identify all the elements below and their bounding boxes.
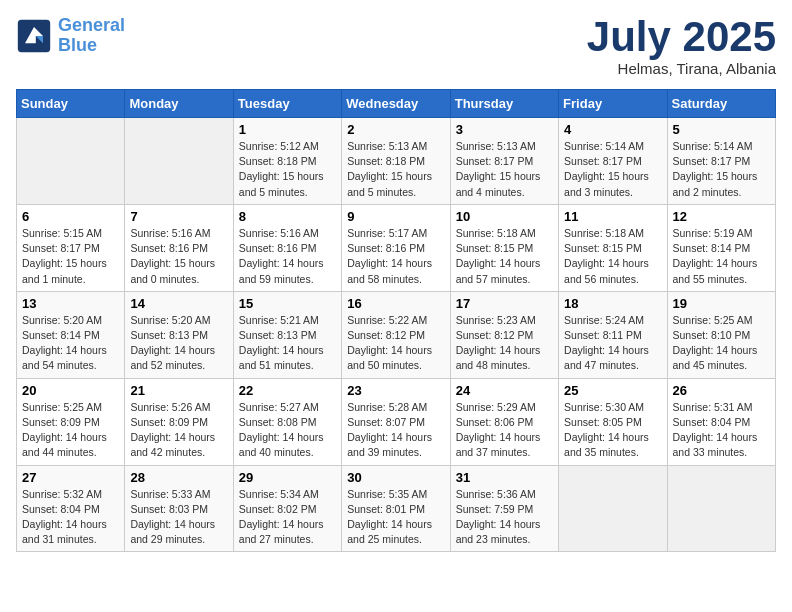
day-detail: Sunrise: 5:28 AMSunset: 8:07 PMDaylight:… xyxy=(347,400,444,461)
weekday-header-tuesday: Tuesday xyxy=(233,90,341,118)
calendar-cell: 2Sunrise: 5:13 AMSunset: 8:18 PMDaylight… xyxy=(342,118,450,205)
day-detail: Sunrise: 5:20 AMSunset: 8:13 PMDaylight:… xyxy=(130,313,227,374)
calendar-table: SundayMondayTuesdayWednesdayThursdayFrid… xyxy=(16,89,776,552)
calendar-cell: 26Sunrise: 5:31 AMSunset: 8:04 PMDayligh… xyxy=(667,378,775,465)
calendar-week-row: 20Sunrise: 5:25 AMSunset: 8:09 PMDayligh… xyxy=(17,378,776,465)
weekday-header-monday: Monday xyxy=(125,90,233,118)
calendar-cell: 28Sunrise: 5:33 AMSunset: 8:03 PMDayligh… xyxy=(125,465,233,552)
calendar-cell: 7Sunrise: 5:16 AMSunset: 8:16 PMDaylight… xyxy=(125,204,233,291)
day-number: 12 xyxy=(673,209,770,224)
calendar-cell: 5Sunrise: 5:14 AMSunset: 8:17 PMDaylight… xyxy=(667,118,775,205)
day-number: 2 xyxy=(347,122,444,137)
logo: General Blue xyxy=(16,16,125,56)
calendar-cell xyxy=(667,465,775,552)
day-detail: Sunrise: 5:19 AMSunset: 8:14 PMDaylight:… xyxy=(673,226,770,287)
day-detail: Sunrise: 5:16 AMSunset: 8:16 PMDaylight:… xyxy=(130,226,227,287)
day-number: 23 xyxy=(347,383,444,398)
day-detail: Sunrise: 5:35 AMSunset: 8:01 PMDaylight:… xyxy=(347,487,444,548)
calendar-cell xyxy=(125,118,233,205)
day-number: 17 xyxy=(456,296,553,311)
calendar-week-row: 1Sunrise: 5:12 AMSunset: 8:18 PMDaylight… xyxy=(17,118,776,205)
day-number: 22 xyxy=(239,383,336,398)
calendar-cell: 24Sunrise: 5:29 AMSunset: 8:06 PMDayligh… xyxy=(450,378,558,465)
calendar-cell: 12Sunrise: 5:19 AMSunset: 8:14 PMDayligh… xyxy=(667,204,775,291)
calendar-cell: 17Sunrise: 5:23 AMSunset: 8:12 PMDayligh… xyxy=(450,291,558,378)
day-detail: Sunrise: 5:34 AMSunset: 8:02 PMDaylight:… xyxy=(239,487,336,548)
day-detail: Sunrise: 5:24 AMSunset: 8:11 PMDaylight:… xyxy=(564,313,661,374)
day-detail: Sunrise: 5:29 AMSunset: 8:06 PMDaylight:… xyxy=(456,400,553,461)
day-number: 8 xyxy=(239,209,336,224)
day-number: 1 xyxy=(239,122,336,137)
day-number: 16 xyxy=(347,296,444,311)
calendar-cell: 29Sunrise: 5:34 AMSunset: 8:02 PMDayligh… xyxy=(233,465,341,552)
day-number: 24 xyxy=(456,383,553,398)
calendar-cell: 6Sunrise: 5:15 AMSunset: 8:17 PMDaylight… xyxy=(17,204,125,291)
day-number: 5 xyxy=(673,122,770,137)
calendar-cell: 23Sunrise: 5:28 AMSunset: 8:07 PMDayligh… xyxy=(342,378,450,465)
calendar-cell xyxy=(559,465,667,552)
page-header: General Blue July 2025 Helmas, Tirana, A… xyxy=(16,16,776,77)
day-detail: Sunrise: 5:14 AMSunset: 8:17 PMDaylight:… xyxy=(564,139,661,200)
day-number: 31 xyxy=(456,470,553,485)
weekday-header-row: SundayMondayTuesdayWednesdayThursdayFrid… xyxy=(17,90,776,118)
day-detail: Sunrise: 5:20 AMSunset: 8:14 PMDaylight:… xyxy=(22,313,119,374)
weekday-header-saturday: Saturday xyxy=(667,90,775,118)
day-detail: Sunrise: 5:25 AMSunset: 8:09 PMDaylight:… xyxy=(22,400,119,461)
day-detail: Sunrise: 5:15 AMSunset: 8:17 PMDaylight:… xyxy=(22,226,119,287)
day-number: 18 xyxy=(564,296,661,311)
calendar-cell: 11Sunrise: 5:18 AMSunset: 8:15 PMDayligh… xyxy=(559,204,667,291)
day-detail: Sunrise: 5:14 AMSunset: 8:17 PMDaylight:… xyxy=(673,139,770,200)
calendar-cell: 10Sunrise: 5:18 AMSunset: 8:15 PMDayligh… xyxy=(450,204,558,291)
day-number: 4 xyxy=(564,122,661,137)
day-number: 25 xyxy=(564,383,661,398)
day-detail: Sunrise: 5:36 AMSunset: 7:59 PMDaylight:… xyxy=(456,487,553,548)
day-number: 28 xyxy=(130,470,227,485)
day-detail: Sunrise: 5:22 AMSunset: 8:12 PMDaylight:… xyxy=(347,313,444,374)
weekday-header-wednesday: Wednesday xyxy=(342,90,450,118)
calendar-week-row: 13Sunrise: 5:20 AMSunset: 8:14 PMDayligh… xyxy=(17,291,776,378)
calendar-cell: 9Sunrise: 5:17 AMSunset: 8:16 PMDaylight… xyxy=(342,204,450,291)
day-detail: Sunrise: 5:33 AMSunset: 8:03 PMDaylight:… xyxy=(130,487,227,548)
day-number: 15 xyxy=(239,296,336,311)
logo-text: General Blue xyxy=(58,16,125,56)
day-detail: Sunrise: 5:16 AMSunset: 8:16 PMDaylight:… xyxy=(239,226,336,287)
day-number: 13 xyxy=(22,296,119,311)
calendar-cell: 1Sunrise: 5:12 AMSunset: 8:18 PMDaylight… xyxy=(233,118,341,205)
calendar-cell: 3Sunrise: 5:13 AMSunset: 8:17 PMDaylight… xyxy=(450,118,558,205)
day-number: 20 xyxy=(22,383,119,398)
weekday-header-sunday: Sunday xyxy=(17,90,125,118)
location-subtitle: Helmas, Tirana, Albania xyxy=(587,60,776,77)
day-detail: Sunrise: 5:17 AMSunset: 8:16 PMDaylight:… xyxy=(347,226,444,287)
day-number: 29 xyxy=(239,470,336,485)
day-detail: Sunrise: 5:30 AMSunset: 8:05 PMDaylight:… xyxy=(564,400,661,461)
title-block: July 2025 Helmas, Tirana, Albania xyxy=(587,16,776,77)
day-detail: Sunrise: 5:18 AMSunset: 8:15 PMDaylight:… xyxy=(564,226,661,287)
day-detail: Sunrise: 5:21 AMSunset: 8:13 PMDaylight:… xyxy=(239,313,336,374)
month-title: July 2025 xyxy=(587,16,776,58)
day-number: 19 xyxy=(673,296,770,311)
calendar-cell: 30Sunrise: 5:35 AMSunset: 8:01 PMDayligh… xyxy=(342,465,450,552)
calendar-week-row: 27Sunrise: 5:32 AMSunset: 8:04 PMDayligh… xyxy=(17,465,776,552)
day-number: 7 xyxy=(130,209,227,224)
logo-icon xyxy=(16,18,52,54)
day-detail: Sunrise: 5:25 AMSunset: 8:10 PMDaylight:… xyxy=(673,313,770,374)
day-detail: Sunrise: 5:18 AMSunset: 8:15 PMDaylight:… xyxy=(456,226,553,287)
day-detail: Sunrise: 5:13 AMSunset: 8:17 PMDaylight:… xyxy=(456,139,553,200)
day-number: 3 xyxy=(456,122,553,137)
day-number: 14 xyxy=(130,296,227,311)
day-number: 10 xyxy=(456,209,553,224)
day-detail: Sunrise: 5:26 AMSunset: 8:09 PMDaylight:… xyxy=(130,400,227,461)
calendar-cell: 16Sunrise: 5:22 AMSunset: 8:12 PMDayligh… xyxy=(342,291,450,378)
calendar-cell: 19Sunrise: 5:25 AMSunset: 8:10 PMDayligh… xyxy=(667,291,775,378)
calendar-cell xyxy=(17,118,125,205)
day-detail: Sunrise: 5:27 AMSunset: 8:08 PMDaylight:… xyxy=(239,400,336,461)
day-detail: Sunrise: 5:12 AMSunset: 8:18 PMDaylight:… xyxy=(239,139,336,200)
day-detail: Sunrise: 5:13 AMSunset: 8:18 PMDaylight:… xyxy=(347,139,444,200)
calendar-cell: 14Sunrise: 5:20 AMSunset: 8:13 PMDayligh… xyxy=(125,291,233,378)
day-detail: Sunrise: 5:31 AMSunset: 8:04 PMDaylight:… xyxy=(673,400,770,461)
calendar-cell: 13Sunrise: 5:20 AMSunset: 8:14 PMDayligh… xyxy=(17,291,125,378)
day-number: 30 xyxy=(347,470,444,485)
calendar-cell: 25Sunrise: 5:30 AMSunset: 8:05 PMDayligh… xyxy=(559,378,667,465)
day-number: 21 xyxy=(130,383,227,398)
weekday-header-friday: Friday xyxy=(559,90,667,118)
